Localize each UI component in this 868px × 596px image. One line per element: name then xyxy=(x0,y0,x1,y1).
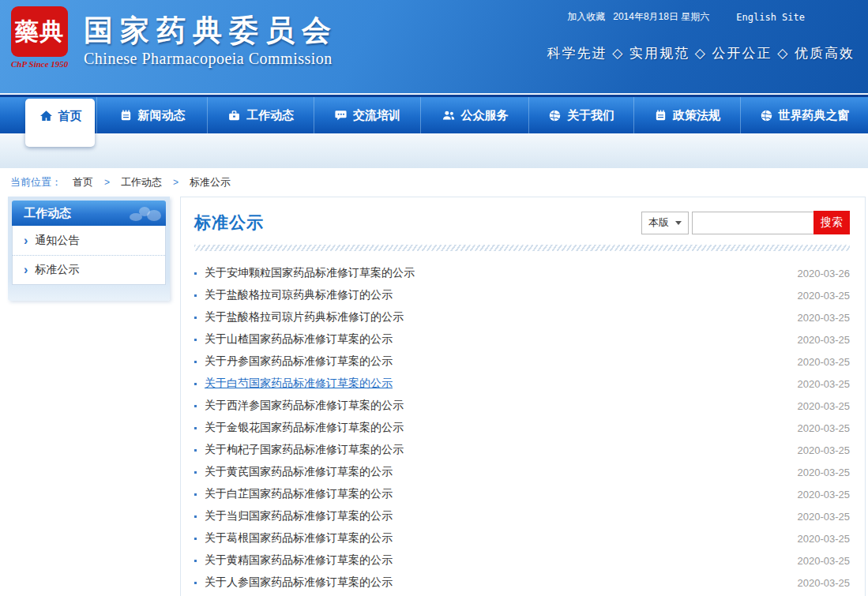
breadcrumb: 当前位置： 首页 > 工作动态 > 标准公示 xyxy=(0,168,868,197)
tab-label: 公众服务 xyxy=(461,108,509,123)
tab-work[interactable]: 工作动态 xyxy=(207,97,314,133)
tab-training[interactable]: 交流培训 xyxy=(314,97,420,133)
tab-about-us[interactable]: 关于我们 xyxy=(528,97,633,133)
tab-home[interactable]: 首页 xyxy=(25,99,95,147)
announcement-link[interactable]: 关于葛根国家药品标准修订草案的公示 xyxy=(205,531,788,545)
chevron-right-icon: › xyxy=(24,264,28,276)
english-site-link[interactable]: English Site xyxy=(736,12,805,23)
nav-bar: 新闻动态 工作动态 交流培训 公众服务 关于我们 政策法规 世界药典之窗 xyxy=(0,97,868,133)
announcement-date: 2020-03-25 xyxy=(798,555,851,567)
announcement-link[interactable]: 关于盐酸格拉司琼药典标准修订的公示 xyxy=(205,288,788,302)
bullet-icon xyxy=(194,405,197,407)
bullet-icon xyxy=(194,294,197,297)
bullet-icon xyxy=(194,449,197,452)
sidebar-item-notices[interactable]: › 通知公告 xyxy=(13,226,165,255)
announcement-list: 关于安坤颗粒国家药品标准修订草案的公示 2020-03-26 关于盐酸格拉司琼药… xyxy=(181,259,865,594)
globe-icon xyxy=(548,109,562,122)
list-item: 关于金银花国家药品标准修订草案的公示 2020-03-25 xyxy=(194,417,850,439)
bullet-icon xyxy=(194,427,197,429)
current-date: 2014年8月18日 星期六 xyxy=(613,10,709,24)
announcement-link[interactable]: 关于人参国家药品标准修订草案的公示 xyxy=(205,575,788,590)
chp-seal-logo: 藥典 ChP Since 1950 xyxy=(11,6,70,69)
list-item: 关于西洋参国家药品标准修订草案的公示 2020-03-25 xyxy=(194,395,850,417)
sidebar-item-standard-publicity[interactable]: › 标准公示 xyxy=(13,255,165,284)
tab-public-service[interactable]: 公众服务 xyxy=(420,97,528,133)
search-input[interactable] xyxy=(692,212,814,234)
sidebar-title: 工作动态 xyxy=(12,201,166,226)
list-item: 关于白芍国家药品标准修订草案的公示 2020-03-25 xyxy=(194,373,850,395)
people-icon xyxy=(442,109,456,122)
breadcrumb-work-news[interactable]: 工作动态 xyxy=(121,175,162,189)
sidebar: 工作动态 › 通知公告 › 标准公示 xyxy=(8,197,170,301)
list-item: 关于黄芪国家药品标准修订草案的公示 2020-03-25 xyxy=(194,461,850,483)
site-title: 国家药典委员会 xyxy=(84,13,338,49)
announcement-link[interactable]: 关于盐酸格拉司琼片药典标准修订的公示 xyxy=(205,310,788,324)
search-bar: 本版 搜索 xyxy=(641,211,850,234)
cloud-decoration-icon xyxy=(125,207,161,223)
announcement-date: 2020-03-25 xyxy=(798,422,851,434)
bullet-icon xyxy=(194,582,197,584)
announcement-date: 2020-03-25 xyxy=(798,356,851,368)
breadcrumb-home[interactable]: 首页 xyxy=(73,175,93,189)
list-item: 关于丹参国家药品标准修订草案的公示 2020-03-25 xyxy=(194,350,850,373)
tab-label: 新闻动态 xyxy=(138,108,186,123)
breadcrumb-separator-icon: > xyxy=(173,177,178,188)
main-nav: 新闻动态 工作动态 交流培训 公众服务 关于我们 政策法规 世界药典之窗 首页 xyxy=(0,93,868,168)
list-item: 关于当归国家药品标准修订草案的公示 2020-03-25 xyxy=(194,505,850,527)
list-item: 关于盐酸格拉司琼片药典标准修订的公示 2020-03-25 xyxy=(194,306,850,328)
globe-icon xyxy=(760,109,773,122)
announcement-link[interactable]: 关于当归国家药品标准修订草案的公示 xyxy=(205,509,788,523)
tab-label: 政策法规 xyxy=(673,108,720,123)
announcement-date: 2020-03-25 xyxy=(798,312,851,324)
logo-block: 藥典 ChP Since 1950 国家药典委员会 Chinese Pharma… xyxy=(11,6,338,69)
bullet-icon xyxy=(194,383,197,385)
site-header: 藥典 ChP Since 1950 国家药典委员会 Chinese Pharma… xyxy=(0,0,868,93)
nav-lower-band xyxy=(0,133,868,168)
announcement-link[interactable]: 关于西洋参国家药品标准修订草案的公示 xyxy=(205,399,788,413)
bullet-icon xyxy=(194,560,197,562)
list-item: 关于人参国家药品标准修订草案的公示 2020-03-25 xyxy=(194,572,850,594)
chevron-right-icon: › xyxy=(24,234,28,247)
search-scope-select[interactable]: 本版 xyxy=(641,212,689,234)
news-icon xyxy=(119,109,133,122)
sidebar-item-label[interactable]: 通知公告 xyxy=(35,234,79,248)
announcement-link[interactable]: 关于丹参国家药品标准修订草案的公示 xyxy=(205,354,788,369)
announcement-link[interactable]: 关于山楂国家药品标准修订草案的公示 xyxy=(205,332,788,347)
announcement-date: 2020-03-25 xyxy=(798,489,851,500)
sidebar-item-label[interactable]: 标准公示 xyxy=(35,263,79,277)
announcement-link[interactable]: 关于黄芪国家药品标准修订草案的公示 xyxy=(205,465,788,479)
page-title: 标准公示 xyxy=(194,212,264,234)
sidebar-panel: › 通知公告 › 标准公示 xyxy=(12,226,166,285)
search-button[interactable]: 搜索 xyxy=(814,211,850,234)
announcement-link[interactable]: 关于枸杞子国家药品标准修订草案的公示 xyxy=(205,443,788,457)
seal-caption: ChP Since 1950 xyxy=(11,59,70,69)
announcement-date: 2020-03-25 xyxy=(798,290,851,302)
dropdown-caret-icon xyxy=(675,221,682,225)
add-favorite-link[interactable]: 加入收藏 xyxy=(567,10,605,24)
breadcrumb-standard-publicity[interactable]: 标准公示 xyxy=(190,175,231,189)
announcement-link[interactable]: 关于安坤颗粒国家药品标准修订草案的公示 xyxy=(205,266,788,280)
seal-icon: 藥典 xyxy=(11,6,68,57)
breadcrumb-separator-icon: > xyxy=(104,177,110,188)
tab-policy[interactable]: 政策法规 xyxy=(633,97,740,133)
main-content: 标准公示 本版 搜索 关于安坤颗粒国家药品标准修订草案的公示 2020-03-2… xyxy=(180,197,866,596)
announcement-link[interactable]: 关于黄精国家药品标准修订草案的公示 xyxy=(205,553,788,568)
announcement-date: 2020-03-25 xyxy=(798,577,851,589)
tab-world-pharmacopoeia[interactable]: 世界药典之窗 xyxy=(740,97,868,133)
bullet-icon xyxy=(194,272,197,275)
announcement-link[interactable]: 关于金银花国家药品标准修订草案的公示 xyxy=(205,421,788,435)
tab-news[interactable]: 新闻动态 xyxy=(96,97,207,133)
home-icon xyxy=(39,109,54,126)
breadcrumb-label: 当前位置： xyxy=(10,175,62,189)
striped-divider xyxy=(194,245,850,251)
bullet-icon xyxy=(194,493,197,496)
announcement-link[interactable]: 关于白芍国家药品标准修订草案的公示 xyxy=(205,377,788,391)
announcement-date: 2020-03-25 xyxy=(798,467,851,478)
list-item: 关于枸杞子国家药品标准修订草案的公示 2020-03-25 xyxy=(194,439,850,461)
announcement-link[interactable]: 关于白芷国家药品标准修订草案的公示 xyxy=(205,487,788,501)
list-item: 关于葛根国家药品标准修订草案的公示 2020-03-25 xyxy=(194,527,850,549)
header-right: 加入收藏 2014年8月18日 星期六 English Site 科学先进 ◇ … xyxy=(547,0,868,62)
briefcase-icon xyxy=(227,109,241,122)
announcement-date: 2020-03-26 xyxy=(798,268,851,279)
bullet-icon xyxy=(194,538,197,540)
